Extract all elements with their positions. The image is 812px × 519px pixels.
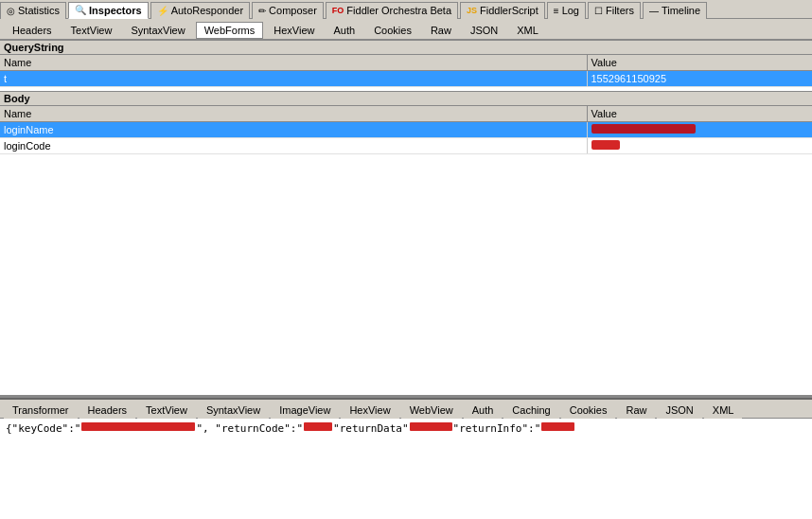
statistics-icon: ◎ (7, 6, 15, 16)
tab-fiddler-orchestra-label: Fiddler Orchestra Beta (346, 5, 451, 16)
composer-icon: ✏ (258, 6, 266, 16)
subtab-hexview[interactable]: HexView (265, 22, 323, 39)
content-area: QueryString Name Value (0, 40, 812, 395)
body-logincode-value (587, 138, 812, 154)
tab-timeline-label: Timeline (662, 5, 700, 16)
subtab-textview[interactable]: TextView (62, 22, 121, 39)
querystring-name-header: Name (0, 55, 587, 71)
autoresponder-icon: ⚡ (157, 6, 168, 16)
subtab-json[interactable]: JSON (462, 22, 506, 39)
subtab-cookies[interactable]: Cookies (365, 22, 420, 39)
json-prefix: {"keyCode":" (6, 422, 80, 435)
table-row[interactable]: loginCode (0, 138, 812, 154)
lower-subtab-auth[interactable]: Auth (464, 402, 503, 419)
json-mid1: ", "returnCode":" (196, 422, 303, 435)
redacted-returninfo (541, 422, 574, 431)
log-icon: ≡ (554, 6, 559, 16)
body-loginname-cell: loginName (0, 122, 587, 138)
tab-filters[interactable]: ☐ Filters (588, 2, 641, 19)
lower-subtab-xml[interactable]: XML (704, 402, 743, 419)
lower-subtab-json[interactable]: JSON (657, 402, 701, 419)
subtab-webforms[interactable]: WebForms (196, 22, 264, 39)
json-mid2: "returnData" (333, 422, 408, 435)
subtab-auth[interactable]: Auth (326, 22, 364, 39)
querystring-section-header: QueryString (0, 40, 812, 55)
subtab-headers[interactable]: Headers (4, 22, 61, 39)
tab-log-label: Log (562, 5, 579, 16)
tab-filters-label: Filters (606, 5, 634, 16)
querystring-value-cell: 1552961150925 (587, 71, 812, 87)
lower-panel: Transformer Headers TextView SyntaxView … (0, 398, 812, 519)
tab-log[interactable]: ≡ Log (547, 2, 586, 19)
filters-icon: ☐ (594, 6, 603, 16)
redacted-loginname (591, 124, 696, 134)
lower-subtab-raw[interactable]: Raw (617, 402, 655, 419)
body-logincode-cell: loginCode (0, 138, 587, 154)
tab-autoresponder[interactable]: ⚡ AutoResponder (150, 2, 250, 19)
inspectors-icon: 🔍 (75, 5, 86, 15)
tab-inspectors-label: Inspectors (89, 5, 142, 16)
lower-subtab-imageview[interactable]: ImageView (271, 402, 339, 419)
lower-subtab-cookies[interactable]: Cookies (561, 402, 616, 419)
querystring-value-header: Value (587, 55, 812, 71)
lower-subtab-textview[interactable]: TextView (137, 402, 196, 419)
body-loginname-value (587, 122, 812, 138)
redacted-returndata (410, 422, 452, 431)
timeline-icon: — (649, 6, 659, 16)
tab-inspectors[interactable]: 🔍 Inspectors (68, 2, 149, 19)
upper-panel: Headers TextView SyntaxView WebForms Hex… (0, 19, 812, 398)
tab-statistics-label: Statistics (18, 5, 60, 16)
json-mid3: "returnInfo":" (453, 422, 541, 435)
subtab-xml[interactable]: XML (508, 22, 547, 39)
lower-subtab-caching[interactable]: Caching (503, 402, 558, 419)
subtab-raw[interactable]: Raw (422, 22, 460, 39)
tab-fiddlerscript-label: FiddlerScript (480, 5, 538, 16)
tab-fiddler-orchestra[interactable]: FO Fiddler Orchestra Beta (326, 2, 458, 19)
lower-subtab-webview[interactable]: WebView (401, 402, 462, 419)
response-body-content: {"keyCode":"", "returnCode":""returnData… (0, 419, 812, 519)
querystring-table: Name Value t 1552961150925 (0, 55, 812, 87)
lower-sub-tab-bar: Transformer Headers TextView SyntaxView … (0, 398, 812, 419)
body-section-header: Body (0, 91, 812, 106)
lower-subtab-syntaxview[interactable]: SyntaxView (198, 402, 269, 419)
tab-composer-label: Composer (269, 5, 317, 16)
redacted-logincode (591, 140, 620, 150)
body-name-header: Name (0, 106, 587, 122)
redacted-returncode (304, 422, 332, 431)
subtab-syntaxview[interactable]: SyntaxView (122, 22, 193, 39)
fiddlerscript-icon: JS (467, 6, 477, 15)
sub-tab-bar: Headers TextView SyntaxView WebForms Hex… (0, 19, 812, 40)
fiddler-orchestra-icon: FO (332, 6, 344, 15)
main-container: ◎ Statistics 🔍 Inspectors ⚡ AutoResponde… (0, 0, 812, 519)
lower-subtab-transformer[interactable]: Transformer (4, 402, 78, 419)
body-value-header: Value (587, 106, 812, 122)
tab-timeline[interactable]: — Timeline (643, 2, 707, 19)
tab-composer[interactable]: ✏ Composer (252, 2, 324, 19)
table-row[interactable]: t 1552961150925 (0, 71, 812, 87)
redacted-keycode (81, 422, 195, 431)
lower-subtab-hexview[interactable]: HexView (341, 402, 398, 419)
top-tab-bar: ◎ Statistics 🔍 Inspectors ⚡ AutoResponde… (0, 0, 812, 19)
tab-autoresponder-label: AutoResponder (171, 5, 243, 16)
body-table: Name Value loginName (0, 106, 812, 154)
table-row[interactable]: loginName (0, 122, 812, 138)
tab-fiddlerscript[interactable]: JS FiddlerScript (460, 2, 545, 19)
lower-subtab-headers[interactable]: Headers (79, 402, 136, 419)
querystring-name-cell: t (0, 71, 587, 87)
tab-statistics[interactable]: ◎ Statistics (0, 2, 66, 19)
